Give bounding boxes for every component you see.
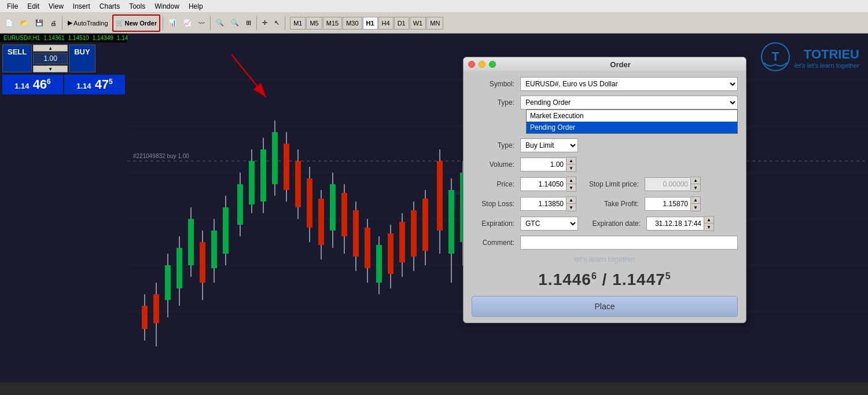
tf-m5[interactable]: M5 bbox=[306, 17, 322, 30]
dialog-close-btn[interactable] bbox=[468, 61, 475, 68]
new-order-button[interactable]: 🛒 New Order bbox=[112, 14, 161, 32]
symbol-select[interactable]: EURUSD#, Euro vs US Dollar bbox=[520, 77, 738, 91]
volume-down-btn[interactable]: ▼ bbox=[567, 164, 576, 171]
tp-spinner: ▲ ▼ bbox=[645, 196, 701, 211]
tf-h4[interactable]: H4 bbox=[378, 17, 393, 30]
subtype-select[interactable]: Buy Limit Sell Limit Buy Stop Sell Stop bbox=[520, 138, 578, 152]
zoom-in-icon: 🔍 bbox=[216, 19, 224, 27]
svg-rect-17 bbox=[176, 248, 182, 288]
tp-up-btn[interactable]: ▲ bbox=[691, 197, 700, 204]
dialog-watermark: let's learn together bbox=[472, 254, 738, 264]
toolbar-scroll-btn[interactable]: ⊞ bbox=[243, 14, 254, 32]
toolbar-print-btn[interactable]: 🖨 bbox=[47, 14, 60, 32]
sl-up-btn[interactable]: ▲ bbox=[567, 197, 576, 204]
toolbar-new-chart-btn[interactable]: 📄 bbox=[2, 14, 16, 32]
stop-loss-input[interactable] bbox=[520, 197, 567, 211]
price-down-btn[interactable]: ▼ bbox=[567, 184, 576, 191]
volume-row: Volume: ▲ ▼ bbox=[472, 157, 738, 172]
menu-help[interactable]: Help bbox=[184, 1, 208, 12]
price-input[interactable] bbox=[520, 177, 567, 191]
stop-limit-input[interactable] bbox=[645, 177, 691, 191]
tf-m1[interactable]: M1 bbox=[290, 17, 306, 30]
place-button[interactable]: Place bbox=[472, 296, 738, 317]
toolbar-cursor-btn[interactable]: ↖ bbox=[271, 14, 282, 32]
tf-mn[interactable]: MN bbox=[426, 17, 443, 30]
tf-d1[interactable]: D1 bbox=[394, 17, 409, 30]
bid-sup: 6 bbox=[591, 271, 597, 281]
tf-m15[interactable]: M15 bbox=[323, 17, 342, 30]
svg-rect-33 bbox=[272, 132, 278, 184]
menu-charts[interactable]: Charts bbox=[95, 1, 124, 12]
exp-date-up-btn[interactable]: ▲ bbox=[704, 217, 713, 224]
volume-up-btn[interactable]: ▲ bbox=[567, 158, 576, 164]
type-select[interactable]: Market Execution Pending Order bbox=[520, 96, 738, 109]
market-execution-option[interactable]: Market Execution bbox=[527, 110, 737, 122]
svg-rect-21 bbox=[200, 242, 205, 283]
sep4 bbox=[256, 16, 257, 30]
svg-rect-51 bbox=[376, 245, 382, 283]
volume-spinner: ▲ ▼ bbox=[520, 157, 576, 172]
tf-m30[interactable]: M30 bbox=[343, 17, 362, 30]
take-profit-input[interactable] bbox=[645, 197, 691, 211]
stop-limit-down-btn[interactable]: ▼ bbox=[691, 184, 700, 191]
stop-limit-spinner: ▲ ▼ bbox=[645, 177, 701, 192]
type-dropdown: Market Execution Pending Order bbox=[526, 109, 738, 134]
brand-tagline: let's let's learn together bbox=[795, 62, 859, 69]
tf-w1[interactable]: W1 bbox=[410, 17, 426, 30]
menu-edit[interactable]: Edit bbox=[23, 1, 44, 12]
tp-spinner-btns: ▲ ▼ bbox=[691, 196, 701, 211]
svg-rect-15 bbox=[165, 265, 171, 300]
toolbar-crosshair-btn[interactable]: ✛ bbox=[259, 14, 270, 32]
svg-rect-41 bbox=[318, 199, 324, 245]
toolbar-save-btn[interactable]: 💾 bbox=[32, 14, 46, 32]
tp-down-btn[interactable]: ▼ bbox=[691, 204, 700, 211]
toolbar-zoom-out-btn[interactable]: 🔍 bbox=[228, 14, 242, 32]
comment-input[interactable] bbox=[520, 236, 738, 250]
timeframe-buttons: M1 M5 M15 M30 H1 H4 D1 W1 MN bbox=[290, 17, 443, 30]
ask-main: 1.1447 bbox=[612, 270, 665, 288]
menu-window[interactable]: Window bbox=[150, 1, 184, 12]
svg-text:T: T bbox=[771, 49, 779, 64]
sl-down-btn[interactable]: ▼ bbox=[567, 204, 576, 211]
toolbar-chart-bar-btn[interactable]: 📊 bbox=[165, 14, 179, 32]
stop-limit-up-btn[interactable]: ▲ bbox=[691, 177, 700, 184]
tf-h1[interactable]: H1 bbox=[363, 17, 378, 30]
sell-label: SELL bbox=[8, 47, 27, 56]
menu-view[interactable]: View bbox=[44, 1, 68, 12]
svg-rect-63 bbox=[448, 190, 454, 254]
volume-label: Volume: bbox=[472, 160, 518, 169]
menu-tools[interactable]: Tools bbox=[124, 1, 150, 12]
toolbar-autotrade-btn[interactable]: ▶ AutoTrading bbox=[65, 14, 111, 32]
sell-button[interactable]: SELL bbox=[2, 45, 32, 72]
type-label: Type: bbox=[472, 98, 518, 107]
toolbar-zoom-in-btn[interactable]: 🔍 bbox=[213, 14, 227, 32]
toolbar-candle-btn[interactable]: 📈 bbox=[181, 14, 194, 32]
price-up-btn[interactable]: ▲ bbox=[567, 177, 576, 184]
qty-down-btn[interactable]: ▼ bbox=[33, 65, 68, 72]
svg-rect-31 bbox=[260, 149, 266, 202]
svg-rect-23 bbox=[211, 231, 217, 268]
menu-insert[interactable]: Insert bbox=[68, 1, 95, 12]
volume-input[interactable] bbox=[520, 158, 567, 171]
new-order-label: New Order bbox=[125, 20, 157, 27]
dialog-watermark-text: let's learn together bbox=[574, 255, 636, 264]
exp-date-down-btn[interactable]: ▼ bbox=[704, 224, 713, 231]
svg-rect-37 bbox=[295, 161, 301, 207]
dialog-min-btn[interactable] bbox=[479, 61, 486, 68]
buy-button[interactable]: BUY bbox=[69, 45, 95, 72]
comment-row: Comment: bbox=[472, 236, 738, 250]
expiration-date-input[interactable] bbox=[646, 217, 704, 231]
price-display: 1.14 466 1.14 475 bbox=[0, 75, 127, 97]
quantity-input[interactable] bbox=[33, 53, 68, 64]
print-icon: 🖨 bbox=[50, 20, 57, 27]
dialog-max-btn[interactable] bbox=[489, 61, 496, 68]
qty-up-btn[interactable]: ▲ bbox=[33, 45, 68, 52]
sep5 bbox=[285, 16, 285, 30]
menu-file[interactable]: File bbox=[2, 1, 23, 12]
sl-tp-row: Stop Loss: ▲ ▼ Take Profit: ▲ ▼ bbox=[472, 196, 738, 211]
pending-order-option[interactable]: Pending Order bbox=[527, 122, 737, 133]
toolbar-line-btn[interactable]: 〰 bbox=[196, 14, 208, 32]
ask-sup: 5 bbox=[665, 271, 671, 281]
expiration-select[interactable]: GTC Today Specified bbox=[520, 217, 578, 231]
toolbar-open-btn[interactable]: 📂 bbox=[17, 14, 31, 32]
